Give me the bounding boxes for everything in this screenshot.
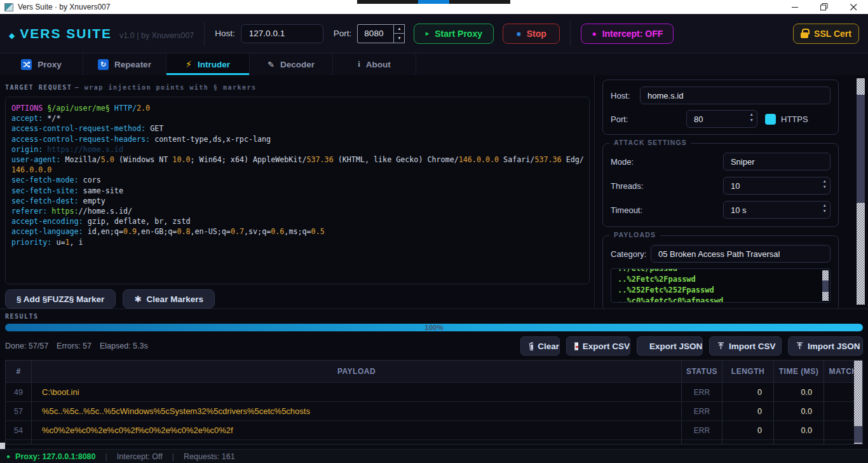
app-title: VERS SUITE	[20, 26, 112, 41]
threads-spinner[interactable]: ▲▼	[823, 179, 827, 189]
table-row[interactable]: 49C:\boot.iniERR00.0	[6, 382, 862, 401]
payload-item[interactable]: ..%2Fetc%2Fpasswd	[618, 274, 830, 285]
timeout-label: Timeout:	[611, 205, 723, 215]
import-json-label: Import JSON	[808, 342, 860, 351]
export-json-button[interactable]: Export JSON	[637, 336, 703, 356]
lightning-icon: ⚡	[186, 59, 192, 69]
column-header-length[interactable]: LENGTH	[722, 361, 774, 382]
target-port-label: Port:	[611, 114, 686, 124]
payloads-legend: PAYLOADS	[609, 231, 660, 238]
recording-overlay-bar	[357, 0, 510, 4]
clear-markers-button[interactable]: ✱ Clear Markers	[123, 289, 215, 308]
table-cell: 0	[722, 383, 774, 401]
brand-diamond-icon: ◆	[9, 31, 15, 40]
import-csv-button[interactable]: Import CSV	[709, 336, 782, 356]
table-row[interactable]	[6, 439, 862, 445]
tab-about[interactable]: i About	[333, 53, 416, 75]
column-header-time[interactable]: TIME (MS)	[774, 361, 824, 382]
threads-value: 10	[731, 181, 740, 191]
port-decrement-button[interactable]: ▼	[394, 34, 405, 43]
intercept-toggle-button[interactable]: ● Intercept: OFF	[581, 24, 674, 44]
mode-label: Mode:	[611, 157, 723, 167]
port-increment-button[interactable]: ▲	[394, 24, 405, 34]
scrollbar-thumb[interactable]	[854, 426, 862, 443]
timeout-spinner[interactable]: ▲▼	[823, 204, 827, 213]
target-host-input[interactable]: home.s.id	[640, 86, 831, 104]
proxy-host-value: 127.0.0.1	[249, 29, 285, 38]
ssl-cert-label: SSL Cert	[814, 29, 851, 39]
https-checkbox[interactable]	[765, 114, 776, 125]
table-cell: ERR	[682, 402, 722, 420]
done-count: Done: 57/57	[5, 342, 48, 350]
table-cell	[682, 440, 722, 445]
payload-item[interactable]: ..%252Fetc%252Fpasswd	[618, 285, 830, 296]
request-editor[interactable]: OPTIONS §/api/user/me§ HTTP/2.0accept: *…	[5, 97, 590, 284]
proxy-host-input[interactable]: 127.0.0.1	[241, 24, 323, 43]
scrollbar-corner	[0, 443, 5, 449]
tab-proxy-label: Proxy	[37, 60, 62, 69]
panel-scrollbar[interactable]	[857, 78, 865, 305]
import-json-button[interactable]: Import JSON	[788, 336, 863, 356]
table-cell: 0	[722, 421, 774, 439]
intercept-label: Intercept: OFF	[602, 29, 663, 39]
table-scrollbar[interactable]	[854, 361, 862, 444]
payload-item[interactable]: ..%c0%afetc%c0%afpasswd	[618, 296, 830, 303]
spinner-up-icon: ▲	[823, 204, 827, 207]
table-cell: 0.0	[774, 383, 824, 401]
restore-button[interactable]	[810, 0, 839, 14]
tab-proxy[interactable]: Proxy	[0, 53, 83, 75]
table-cell	[774, 440, 824, 445]
table-cell: 0	[722, 402, 774, 420]
app-header: ◆ VERS SUITE v1.0 | by Xnuvers007 Host: …	[0, 14, 868, 53]
scrollbar-thumb[interactable]	[822, 280, 829, 292]
clear-results-label: Clear	[538, 342, 559, 351]
payload-list[interactable]: ../etc/passwd..%2Fetc%2Fpasswd..%252Fetc…	[611, 268, 831, 303]
intruder-panel: TARGET REQUEST — wrap injection points w…	[0, 75, 868, 308]
ssl-cert-button[interactable]: SSL Cert	[793, 24, 859, 44]
repeat-icon: ↻	[98, 59, 109, 70]
threads-label: Threads:	[611, 181, 723, 191]
statusbar-intercept: Intercept: Off	[117, 452, 163, 461]
attack-settings-group: ATTACK SETTINGS Mode: Sniper Threads: 10…	[602, 143, 839, 227]
column-header-index[interactable]: #	[6, 361, 32, 382]
add-fuzz-marker-button[interactable]: § Add §FUZZ§ Marker	[5, 289, 116, 308]
mode-select[interactable]: Sniper	[723, 153, 831, 170]
threads-input[interactable]: 10 ▲▼	[723, 177, 831, 195]
statusbar-proxy: Proxy: 127.0.0.1:8080	[15, 452, 95, 461]
table-row[interactable]: 57%5c..%5c..%5c..%5cWindows%5cSystem32%5…	[6, 401, 862, 420]
window-controls	[780, 0, 868, 14]
tab-decoder[interactable]: ✎ Decoder	[250, 53, 333, 75]
restore-icon	[820, 3, 828, 11]
port-spinner[interactable]: ▲▼	[750, 113, 754, 122]
start-proxy-button[interactable]: ▸ Start Proxy	[414, 24, 494, 44]
spinner-up-icon: ▲	[750, 113, 754, 116]
separator: |	[172, 452, 174, 461]
scrollbar-thumb[interactable]	[857, 95, 865, 203]
target-request-title: TARGET REQUEST	[5, 84, 72, 91]
start-proxy-label: Start Proxy	[435, 29, 482, 39]
export-csv-button[interactable]: Export CSV	[566, 336, 630, 356]
info-icon: i	[358, 59, 360, 69]
payload-item[interactable]: ../etc/passwd	[618, 268, 830, 274]
target-port-input[interactable]: 80 ▲▼	[686, 110, 757, 128]
column-header-payload[interactable]: PAYLOAD	[32, 361, 682, 382]
payload-list-scrollbar[interactable]	[822, 270, 829, 301]
divider	[570, 22, 571, 46]
minimize-button[interactable]	[780, 0, 810, 14]
table-cell: %5c..%5c..%5c..%5cWindows%5cSystem32%5cd…	[32, 402, 682, 420]
clear-results-button[interactable]: Clear	[520, 336, 560, 356]
close-button[interactable]	[839, 0, 868, 14]
table-cell	[722, 440, 774, 445]
trash-icon	[529, 342, 533, 350]
column-header-status[interactable]: STATUS	[682, 361, 722, 382]
proxy-port-input[interactable]: 8080	[357, 24, 394, 43]
timeout-input[interactable]: 10 s ▲▼	[723, 201, 831, 219]
stop-proxy-button[interactable]: ■ Stop	[503, 24, 560, 44]
spinner-up-icon: ▲	[823, 179, 827, 183]
tab-repeater[interactable]: ↻ Repeater	[83, 53, 166, 75]
tab-intruder[interactable]: ⚡ Intruder	[166, 53, 250, 75]
table-cell: 0.0	[774, 402, 824, 420]
category-select[interactable]: 05 Broken Access Path Traversal	[651, 245, 831, 263]
table-row[interactable]: 54%c0%2e%c0%2e%c0%2f%c0%2e%c0%2e%c0%2fER…	[6, 420, 862, 439]
results-section: RESULTS 100% Done: 57/57 Errors: 57 Elap…	[0, 308, 868, 449]
